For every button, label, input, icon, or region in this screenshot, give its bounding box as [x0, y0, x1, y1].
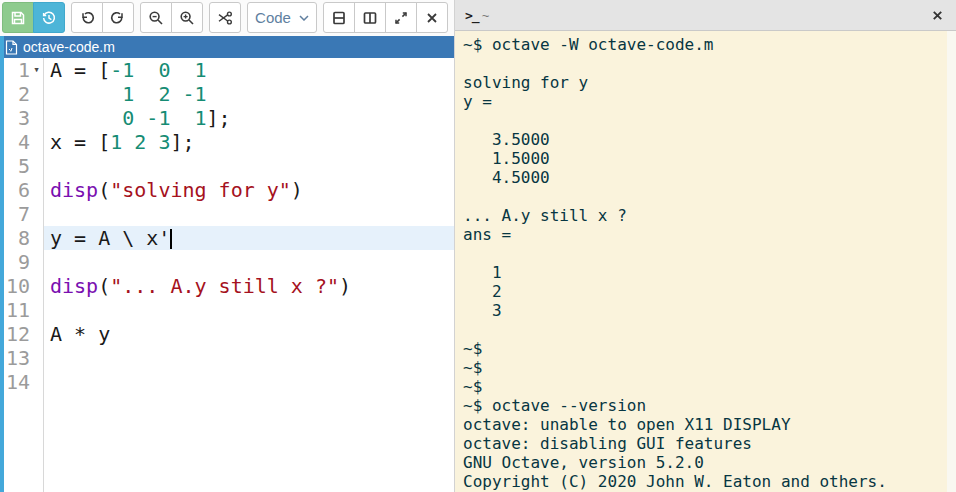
text-cursor — [170, 229, 172, 249]
zoom-out-icon — [148, 10, 164, 26]
terminal-line — [463, 187, 947, 206]
code-line[interactable] — [44, 298, 454, 322]
code-line[interactable]: 0 -1 1]; — [44, 106, 454, 130]
terminal-line: ~$ — [463, 339, 947, 358]
terminal-line — [463, 54, 947, 73]
zoom-out-button[interactable] — [140, 2, 172, 33]
close-terminal-button[interactable] — [931, 9, 944, 22]
line-number[interactable]: 5 — [0, 154, 43, 178]
code-line[interactable]: A * y — [44, 322, 454, 346]
line-number[interactable]: 1▾ — [0, 58, 43, 82]
terminal-line: ~$ — [463, 377, 947, 396]
terminal-line: 1 — [463, 263, 947, 282]
terminal-line: 4.5000 — [463, 168, 947, 187]
line-number[interactable]: 14 — [0, 370, 43, 394]
save-icon — [10, 10, 26, 26]
terminal-line: 2 — [463, 282, 947, 301]
code-lines: A = [-1 0 1 1 2 -1 0 -1 1];x = [1 2 3];d… — [44, 58, 454, 492]
expand-arrows-icon — [393, 10, 409, 26]
language-mode-dropdown[interactable]: Code — [247, 2, 317, 33]
close-editor-button[interactable] — [416, 2, 448, 33]
language-mode-label: Code — [255, 9, 291, 26]
terminal-line: ~$ octave --version — [463, 396, 947, 415]
line-number[interactable]: 6 — [0, 178, 43, 202]
line-number[interactable]: 9 — [0, 250, 43, 274]
fold-arrow-icon[interactable]: ▾ — [30, 58, 43, 82]
terminal-line: octave: unable to open X11 DISPLAY — [463, 415, 947, 434]
active-pane-indicator — [0, 36, 4, 492]
terminal-output[interactable]: ~$ octave -W octave-code.msolving for yy… — [455, 31, 947, 492]
app: Code — [0, 0, 956, 492]
code-line[interactable]: disp("solving for y") — [44, 178, 454, 202]
code-editor[interactable]: 1▾234567891011121314 A = [-1 0 1 1 2 -1 … — [0, 58, 454, 492]
split-vertical-button[interactable] — [354, 2, 386, 33]
zoom-in-icon — [179, 10, 195, 26]
terminal-line: octave: disabling GUI features — [463, 434, 947, 453]
terminal-line: 3.5000 — [463, 130, 947, 149]
terminal-line: ~$ — [463, 358, 947, 377]
code-line[interactable]: y = A \ x' — [44, 226, 454, 250]
undo-icon — [79, 10, 95, 26]
line-number[interactable]: 10 — [0, 274, 43, 298]
code-line[interactable]: 1 2 -1 — [44, 82, 454, 106]
code-line[interactable] — [44, 250, 454, 274]
terminal-line: y = — [463, 92, 947, 111]
file-icon — [5, 40, 18, 55]
chevron-down-icon — [299, 15, 309, 21]
close-icon — [425, 11, 439, 25]
terminal-header: >_ ~ — [455, 0, 956, 31]
zoom-in-button[interactable] — [171, 2, 203, 33]
line-number[interactable]: 7 — [0, 202, 43, 226]
code-line[interactable]: A = [-1 0 1 — [44, 58, 454, 82]
history-button[interactable] — [33, 2, 65, 33]
tab-octave-code[interactable]: octave-code.m — [0, 36, 454, 58]
split-horizontal-icon — [331, 10, 347, 26]
terminal-line: ~$ octave -W octave-code.m — [463, 35, 947, 54]
terminal-line — [463, 111, 947, 130]
tab-title: octave-code.m — [23, 39, 115, 55]
code-line[interactable] — [44, 202, 454, 226]
redo-icon — [110, 10, 126, 26]
redo-button[interactable] — [102, 2, 134, 33]
code-line[interactable]: disp("... A.y still x ?") — [44, 274, 454, 298]
terminal-line: GNU Octave, version 5.2.0 — [463, 453, 947, 472]
line-number[interactable]: 3 — [0, 106, 43, 130]
terminal-line — [463, 244, 947, 263]
terminal-line: ans = — [463, 225, 947, 244]
code-line[interactable] — [44, 154, 454, 178]
line-number[interactable]: 4 — [0, 130, 43, 154]
line-number[interactable]: 2 — [0, 82, 43, 106]
line-number[interactable]: 8 — [0, 226, 43, 250]
split-vertical-icon — [362, 10, 378, 26]
code-line[interactable]: x = [1 2 3]; — [44, 130, 454, 154]
line-number[interactable]: 13 — [0, 346, 43, 370]
code-line[interactable] — [44, 346, 454, 370]
terminal-title: ~ — [482, 8, 490, 23]
terminal-prompt-icon: >_ — [465, 8, 479, 23]
editor-toolbar: Code — [0, 0, 454, 36]
terminal-scrollbar[interactable] — [947, 31, 956, 492]
history-icon — [41, 10, 57, 26]
cut-button[interactable] — [209, 2, 241, 33]
line-number[interactable]: 12 — [0, 322, 43, 346]
editor-pane: Code — [0, 0, 455, 492]
fullscreen-button[interactable] — [385, 2, 417, 33]
terminal-line: 3 — [463, 301, 947, 320]
line-number[interactable]: 11 — [0, 298, 43, 322]
code-line[interactable] — [44, 370, 454, 394]
terminal-line — [463, 320, 947, 339]
terminal-line: ... A.y still x ? — [463, 206, 947, 225]
scissors-icon — [217, 10, 233, 26]
save-button[interactable] — [2, 2, 34, 33]
gutter: 1▾234567891011121314 — [0, 58, 44, 492]
undo-button[interactable] — [71, 2, 103, 33]
terminal-pane: >_ ~ ~$ octave -W octave-code.msolving f… — [455, 0, 956, 492]
terminal-line: solving for y — [463, 73, 947, 92]
split-horizontal-button[interactable] — [323, 2, 355, 33]
terminal-line: Copyright (C) 2020 John W. Eaton and oth… — [463, 472, 947, 491]
terminal-line: 1.5000 — [463, 149, 947, 168]
